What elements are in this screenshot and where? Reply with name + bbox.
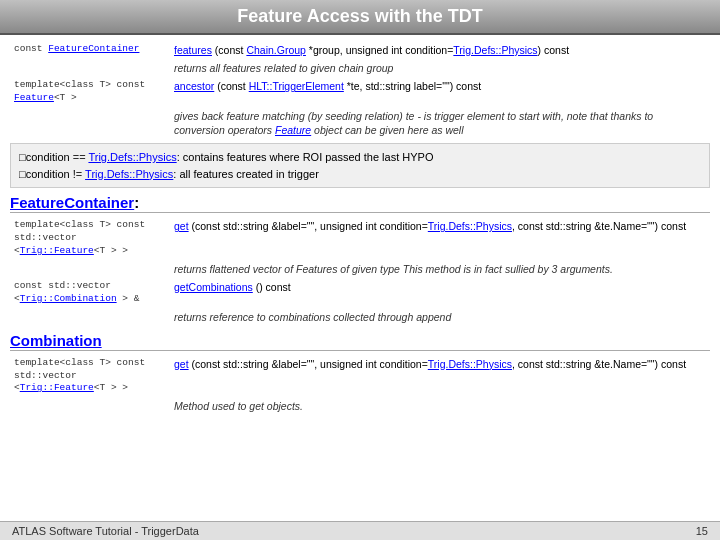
table-row-note-1: returns all features related to given ch… — [10, 59, 710, 77]
chaingroup-link[interactable]: Chain.Group — [246, 44, 306, 56]
table-row: const FeatureContainer features (const C… — [10, 41, 710, 59]
table-row-2: template<class T> const Feature<T > ance… — [10, 77, 710, 107]
ancestor-link[interactable]: ancestor — [174, 80, 214, 92]
feature-container-title-link[interactable]: FeatureContainer — [10, 194, 134, 211]
table-row-note-2: gives back feature matching (by seeding … — [10, 107, 710, 139]
fc-left-2: const std::vector <Trig::Combination > & — [14, 280, 139, 304]
footer-left: ATLAS Software Tutorial - TriggerData — [12, 525, 199, 537]
trigdefs-comb-link[interactable]: Trig.Defs::Physics — [428, 358, 512, 370]
callout-link-1[interactable]: Trig.Defs::Physics — [88, 151, 176, 163]
getcombinations-link[interactable]: getCombinations — [174, 281, 253, 293]
callout-line-1: □condition == Trig.Defs::Physics: contai… — [19, 149, 701, 166]
feature-container-table: template<class T> const std::vector <Tri… — [10, 217, 710, 325]
feature-link-note[interactable]: Feature — [275, 124, 311, 136]
note-1: returns all features related to given ch… — [170, 59, 710, 77]
page-title: Feature Access with the TDT — [0, 0, 720, 35]
trig-combination-link[interactable]: Trig::Combination — [20, 293, 117, 304]
comb-right-1: get (const std::string &label="", unsign… — [170, 355, 710, 397]
combination-section-header: Combination — [10, 332, 710, 351]
trigdefs-physics-link-1[interactable]: Trig.Defs::Physics — [453, 44, 537, 56]
right-text-1: (const Chain.Group *group, unsigned int … — [212, 44, 569, 56]
get-link-comb[interactable]: get — [174, 358, 189, 370]
fc-left-1: template<class T> const std::vector <Tri… — [14, 219, 145, 256]
fc-note-2: returns reference to combinations collec… — [170, 308, 710, 326]
fc-note-row-1: returns flattened vector of Features of … — [10, 260, 710, 278]
table-row-fc-1: template<class T> const std::vector <Tri… — [10, 217, 710, 259]
footer: ATLAS Software Tutorial - TriggerData 15 — [0, 521, 720, 540]
get-link-fc[interactable]: get — [174, 220, 189, 232]
feature-container-link-1[interactable]: FeatureContainer — [48, 43, 139, 54]
features-link[interactable]: features — [174, 44, 212, 56]
callout-box: □condition == Trig.Defs::Physics: contai… — [10, 143, 710, 188]
fc-right-1: get (const std::string &label="", unsign… — [170, 217, 710, 259]
left-col-text-2: template<class T> const Feature<T > — [14, 79, 145, 103]
trigdefs-fc-link[interactable]: Trig.Defs::Physics — [428, 220, 512, 232]
comb-note-row-1: Method used to get objects. — [10, 397, 710, 415]
comb-left-1: template<class T> const std::vector <Tri… — [14, 357, 145, 394]
fc-right-2: getCombinations () const — [170, 278, 710, 308]
fc-note-row-2: returns reference to combinations collec… — [10, 308, 710, 326]
top-api-table: const FeatureContainer features (const C… — [10, 41, 710, 139]
combination-table: template<class T> const std::vector <Tri… — [10, 355, 710, 416]
comb-note-1: Method used to get objects. — [170, 397, 710, 415]
hlt-trigger-link[interactable]: HLT::TriggerElement — [249, 80, 344, 92]
trig-feature-link-fc[interactable]: Trig::Feature — [20, 245, 94, 256]
trig-feature-link-comb[interactable]: Trig::Feature — [20, 382, 94, 393]
left-col-text-1: const FeatureContainer — [14, 43, 139, 54]
callout-line-2: □condition != Trig.Defs::Physics: all fe… — [19, 166, 701, 183]
callout-link-2[interactable]: Trig.Defs::Physics — [85, 168, 173, 180]
right-col-2: ancestor (const HLT::TriggerElement *te,… — [170, 77, 710, 107]
table-row-fc-2: const std::vector <Trig::Combination > &… — [10, 278, 710, 308]
footer-right: 15 — [696, 525, 708, 537]
feature-link-1[interactable]: Feature — [14, 92, 54, 103]
combination-title-link[interactable]: Combination — [10, 332, 102, 349]
note-2: gives back feature matching (by seeding … — [170, 107, 710, 139]
fc-note-1: returns flattened vector of Features of … — [170, 260, 710, 278]
right-col-1: features (const Chain.Group *group, unsi… — [170, 41, 710, 59]
feature-container-section-header: FeatureContainer: — [10, 194, 710, 213]
table-row-comb-1: template<class T> const std::vector <Tri… — [10, 355, 710, 397]
